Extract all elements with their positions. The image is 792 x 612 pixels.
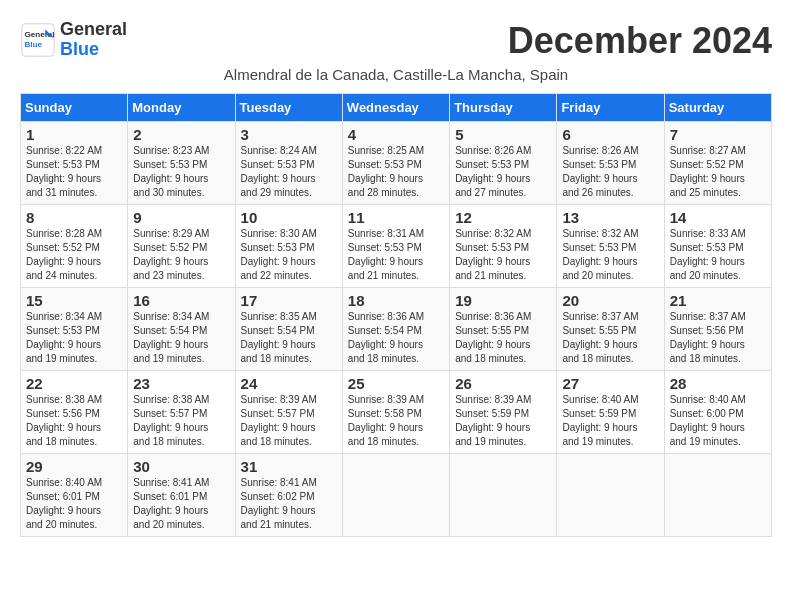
day-info: Sunrise: 8:26 AM Sunset: 5:53 PM Dayligh… [455,144,551,200]
day-info: Sunrise: 8:37 AM Sunset: 5:56 PM Dayligh… [670,310,766,366]
day-number: 24 [241,375,337,392]
day-info: Sunrise: 8:31 AM Sunset: 5:53 PM Dayligh… [348,227,444,283]
calendar-week-4: 22Sunrise: 8:38 AM Sunset: 5:56 PM Dayli… [21,371,772,454]
day-number: 10 [241,209,337,226]
calendar-body: 1Sunrise: 8:22 AM Sunset: 5:53 PM Daylig… [21,122,772,537]
day-number: 23 [133,375,229,392]
calendar-cell: 9Sunrise: 8:29 AM Sunset: 5:52 PM Daylig… [128,205,235,288]
day-number: 13 [562,209,658,226]
day-number: 16 [133,292,229,309]
month-title: December 2024 [508,20,772,62]
calendar-table: SundayMondayTuesdayWednesdayThursdayFrid… [20,93,772,537]
weekday-header-sunday: Sunday [21,94,128,122]
calendar-cell: 10Sunrise: 8:30 AM Sunset: 5:53 PM Dayli… [235,205,342,288]
location-subtitle: Almendral de la Canada, Castille-La Manc… [20,66,772,83]
day-info: Sunrise: 8:36 AM Sunset: 5:55 PM Dayligh… [455,310,551,366]
calendar-cell: 15Sunrise: 8:34 AM Sunset: 5:53 PM Dayli… [21,288,128,371]
day-number: 19 [455,292,551,309]
day-info: Sunrise: 8:35 AM Sunset: 5:54 PM Dayligh… [241,310,337,366]
day-info: Sunrise: 8:26 AM Sunset: 5:53 PM Dayligh… [562,144,658,200]
day-info: Sunrise: 8:39 AM Sunset: 5:57 PM Dayligh… [241,393,337,449]
day-number: 15 [26,292,122,309]
day-number: 30 [133,458,229,475]
calendar-cell: 1Sunrise: 8:22 AM Sunset: 5:53 PM Daylig… [21,122,128,205]
day-info: Sunrise: 8:37 AM Sunset: 5:55 PM Dayligh… [562,310,658,366]
calendar-cell: 26Sunrise: 8:39 AM Sunset: 5:59 PM Dayli… [450,371,557,454]
day-info: Sunrise: 8:38 AM Sunset: 5:57 PM Dayligh… [133,393,229,449]
calendar-cell: 20Sunrise: 8:37 AM Sunset: 5:55 PM Dayli… [557,288,664,371]
calendar-cell: 22Sunrise: 8:38 AM Sunset: 5:56 PM Dayli… [21,371,128,454]
weekday-header-friday: Friday [557,94,664,122]
calendar-cell: 28Sunrise: 8:40 AM Sunset: 6:00 PM Dayli… [664,371,771,454]
svg-text:Blue: Blue [25,40,43,49]
calendar-cell: 11Sunrise: 8:31 AM Sunset: 5:53 PM Dayli… [342,205,449,288]
day-number: 11 [348,209,444,226]
day-info: Sunrise: 8:28 AM Sunset: 5:52 PM Dayligh… [26,227,122,283]
calendar-cell: 6Sunrise: 8:26 AM Sunset: 5:53 PM Daylig… [557,122,664,205]
day-number: 27 [562,375,658,392]
calendar-header: SundayMondayTuesdayWednesdayThursdayFrid… [21,94,772,122]
weekday-header-thursday: Thursday [450,94,557,122]
weekday-header-tuesday: Tuesday [235,94,342,122]
calendar-cell: 24Sunrise: 8:39 AM Sunset: 5:57 PM Dayli… [235,371,342,454]
calendar-cell: 19Sunrise: 8:36 AM Sunset: 5:55 PM Dayli… [450,288,557,371]
calendar-cell [664,454,771,537]
calendar-cell: 31Sunrise: 8:41 AM Sunset: 6:02 PM Dayli… [235,454,342,537]
day-number: 3 [241,126,337,143]
day-info: Sunrise: 8:32 AM Sunset: 5:53 PM Dayligh… [562,227,658,283]
day-info: Sunrise: 8:29 AM Sunset: 5:52 PM Dayligh… [133,227,229,283]
calendar-week-1: 1Sunrise: 8:22 AM Sunset: 5:53 PM Daylig… [21,122,772,205]
calendar-cell [342,454,449,537]
day-info: Sunrise: 8:34 AM Sunset: 5:53 PM Dayligh… [26,310,122,366]
day-info: Sunrise: 8:22 AM Sunset: 5:53 PM Dayligh… [26,144,122,200]
day-number: 12 [455,209,551,226]
calendar-cell: 18Sunrise: 8:36 AM Sunset: 5:54 PM Dayli… [342,288,449,371]
calendar-cell: 25Sunrise: 8:39 AM Sunset: 5:58 PM Dayli… [342,371,449,454]
day-number: 29 [26,458,122,475]
day-info: Sunrise: 8:27 AM Sunset: 5:52 PM Dayligh… [670,144,766,200]
calendar-cell: 3Sunrise: 8:24 AM Sunset: 5:53 PM Daylig… [235,122,342,205]
logo-text: General Blue [60,20,127,60]
day-number: 9 [133,209,229,226]
day-number: 26 [455,375,551,392]
day-info: Sunrise: 8:25 AM Sunset: 5:53 PM Dayligh… [348,144,444,200]
day-info: Sunrise: 8:39 AM Sunset: 5:59 PM Dayligh… [455,393,551,449]
day-number: 5 [455,126,551,143]
day-number: 7 [670,126,766,143]
day-info: Sunrise: 8:41 AM Sunset: 6:02 PM Dayligh… [241,476,337,532]
calendar-cell: 14Sunrise: 8:33 AM Sunset: 5:53 PM Dayli… [664,205,771,288]
day-number: 25 [348,375,444,392]
calendar-cell [450,454,557,537]
day-number: 22 [26,375,122,392]
day-info: Sunrise: 8:23 AM Sunset: 5:53 PM Dayligh… [133,144,229,200]
header: General Blue General Blue December 2024 [20,20,772,62]
day-number: 6 [562,126,658,143]
day-info: Sunrise: 8:40 AM Sunset: 6:00 PM Dayligh… [670,393,766,449]
day-info: Sunrise: 8:32 AM Sunset: 5:53 PM Dayligh… [455,227,551,283]
day-info: Sunrise: 8:33 AM Sunset: 5:53 PM Dayligh… [670,227,766,283]
weekday-header-wednesday: Wednesday [342,94,449,122]
calendar-week-5: 29Sunrise: 8:40 AM Sunset: 6:01 PM Dayli… [21,454,772,537]
calendar-cell: 13Sunrise: 8:32 AM Sunset: 5:53 PM Dayli… [557,205,664,288]
calendar-cell: 27Sunrise: 8:40 AM Sunset: 5:59 PM Dayli… [557,371,664,454]
logo-icon: General Blue [20,22,56,58]
day-number: 2 [133,126,229,143]
calendar-cell: 5Sunrise: 8:26 AM Sunset: 5:53 PM Daylig… [450,122,557,205]
day-info: Sunrise: 8:30 AM Sunset: 5:53 PM Dayligh… [241,227,337,283]
logo: General Blue General Blue [20,20,127,60]
day-info: Sunrise: 8:24 AM Sunset: 5:53 PM Dayligh… [241,144,337,200]
day-info: Sunrise: 8:34 AM Sunset: 5:54 PM Dayligh… [133,310,229,366]
calendar-cell: 7Sunrise: 8:27 AM Sunset: 5:52 PM Daylig… [664,122,771,205]
day-number: 20 [562,292,658,309]
day-info: Sunrise: 8:40 AM Sunset: 5:59 PM Dayligh… [562,393,658,449]
calendar-week-2: 8Sunrise: 8:28 AM Sunset: 5:52 PM Daylig… [21,205,772,288]
calendar-cell: 29Sunrise: 8:40 AM Sunset: 6:01 PM Dayli… [21,454,128,537]
calendar-cell [557,454,664,537]
day-info: Sunrise: 8:36 AM Sunset: 5:54 PM Dayligh… [348,310,444,366]
day-info: Sunrise: 8:40 AM Sunset: 6:01 PM Dayligh… [26,476,122,532]
day-number: 18 [348,292,444,309]
calendar-cell: 4Sunrise: 8:25 AM Sunset: 5:53 PM Daylig… [342,122,449,205]
calendar-cell: 16Sunrise: 8:34 AM Sunset: 5:54 PM Dayli… [128,288,235,371]
weekday-header-saturday: Saturday [664,94,771,122]
calendar-cell: 2Sunrise: 8:23 AM Sunset: 5:53 PM Daylig… [128,122,235,205]
